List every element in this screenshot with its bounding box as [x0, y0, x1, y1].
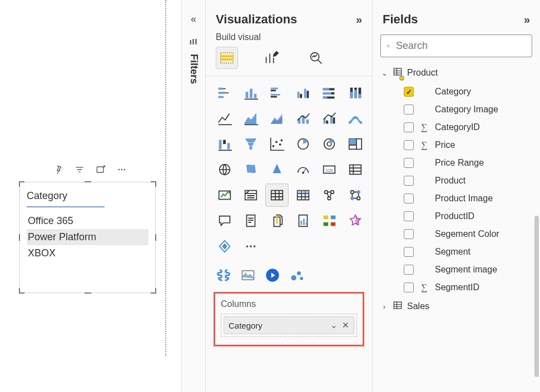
resize-handle[interactable]	[85, 292, 91, 294]
field-categoryid[interactable]: ∑CategoryID	[378, 118, 537, 136]
ai-visual-4[interactable]	[289, 267, 305, 283]
ai-visual-1[interactable]	[216, 267, 231, 283]
field-segment[interactable]: Segment	[378, 243, 537, 261]
field-price[interactable]: ∑Price	[378, 136, 537, 154]
field-checkbox[interactable]	[404, 282, 414, 292]
viz-slicer[interactable]	[240, 184, 262, 206]
field-checkbox[interactable]	[404, 247, 414, 257]
viz-line-clustered-column[interactable]	[318, 107, 340, 130]
viz-line-stacked-column[interactable]	[292, 107, 314, 130]
viz-stacked-area[interactable]	[266, 107, 288, 130]
resize-handle[interactable]	[151, 288, 156, 294]
viz-table[interactable]	[266, 184, 288, 206]
viz-donut[interactable]	[318, 133, 340, 155]
report-canvas[interactable]: Category Office 365Power PlatformXBOX	[0, 0, 166, 392]
resize-handle[interactable]	[85, 181, 91, 182]
field-checkbox[interactable]	[404, 87, 414, 97]
fields-search-input[interactable]	[395, 39, 526, 52]
field-product[interactable]: Product	[378, 172, 537, 190]
analytics-tab[interactable]	[305, 47, 327, 69]
field-checkbox[interactable]	[404, 122, 414, 132]
field-checkbox[interactable]	[404, 229, 414, 239]
viz-kpi[interactable]	[214, 184, 236, 206]
viz-powerapps[interactable]	[214, 235, 236, 257]
viz-matrix[interactable]	[292, 184, 314, 206]
viz-filled-map[interactable]	[240, 158, 262, 181]
filters-label[interactable]: Filters	[188, 54, 200, 84]
viz-py-visual[interactable]	[344, 184, 366, 206]
ai-visual-3[interactable]	[265, 267, 280, 283]
expand-filters-icon[interactable]: «	[182, 13, 205, 25]
viz-card[interactable]: 123	[318, 158, 340, 181]
slicer-item[interactable]: Office 365	[27, 213, 148, 229]
field-checkbox[interactable]	[404, 193, 414, 204]
more-options-icon[interactable]	[116, 164, 127, 175]
field-segment-image[interactable]: Segment image	[378, 261, 537, 279]
viz-qna[interactable]	[214, 210, 236, 232]
viz-100-stacked-column[interactable]	[344, 82, 366, 104]
viz-stacked-column[interactable]	[240, 82, 262, 104]
collapse-fields-icon[interactable]: »	[524, 13, 530, 26]
table-sales[interactable]: › Sales	[378, 296, 537, 316]
viz-multi-row-card[interactable]	[344, 158, 366, 181]
viz-stacked-bar[interactable]	[214, 82, 236, 104]
slicer-item[interactable]: Power Platform	[27, 229, 148, 245]
field-category[interactable]: Category	[378, 83, 537, 101]
field-checkbox[interactable]	[404, 158, 414, 168]
fields-search[interactable]	[380, 34, 532, 57]
chevron-down-icon[interactable]: ⌄	[330, 320, 338, 330]
field-checkbox[interactable]	[404, 140, 414, 150]
collapse-viz-icon[interactable]: »	[356, 13, 362, 26]
viz-map[interactable]	[214, 158, 236, 181]
viz-funnel[interactable]	[240, 133, 262, 155]
columns-drop-area[interactable]: Category ⌄ ✕	[221, 314, 357, 337]
viz-more[interactable]	[240, 235, 262, 257]
viz-clustered-bar[interactable]	[266, 82, 288, 104]
viz-pie[interactable]	[292, 133, 314, 155]
viz-area[interactable]	[240, 107, 262, 130]
field-checkbox[interactable]	[404, 176, 414, 186]
remove-field-icon[interactable]: ✕	[342, 320, 349, 330]
field-segmentid[interactable]: ∑SegmentID	[378, 279, 537, 296]
build-visual-tab[interactable]	[216, 47, 238, 69]
resize-handle[interactable]	[151, 181, 156, 187]
field-productid[interactable]: ProductID	[378, 207, 537, 225]
viz-azure-map[interactable]	[266, 158, 288, 181]
filter-icon[interactable]	[74, 164, 85, 175]
field-checkbox[interactable]	[404, 105, 414, 115]
ai-visual-2[interactable]	[240, 267, 256, 283]
slicer-item[interactable]: XBOX	[27, 245, 148, 261]
svg-point-1	[118, 169, 120, 171]
viz-decomposition-tree[interactable]	[318, 210, 340, 232]
field-price-range[interactable]: Price Range	[378, 154, 537, 172]
pin-icon[interactable]	[53, 164, 64, 175]
field-segement-color[interactable]: Segement Color	[378, 225, 537, 243]
viz-treemap[interactable]	[344, 133, 366, 155]
table-product[interactable]: ⌄ Product	[378, 63, 537, 83]
resize-handle[interactable]	[19, 288, 24, 294]
viz-r-visual[interactable]	[318, 184, 340, 206]
resize-handle[interactable]	[155, 234, 156, 241]
viz-gauge[interactable]	[292, 158, 314, 181]
slicer-visual[interactable]: Category Office 365Power PlatformXBOX	[19, 182, 156, 293]
scrollbar-thumb[interactable]	[534, 216, 539, 377]
format-visual-tab[interactable]	[260, 47, 283, 69]
viz-ribbon[interactable]	[344, 107, 366, 130]
viz-100-stacked-bar[interactable]	[318, 82, 340, 104]
field-product-image[interactable]: Product Image	[378, 190, 537, 207]
viz-clustered-column[interactable]	[292, 82, 314, 104]
viz-line[interactable]	[214, 107, 236, 130]
focus-mode-icon[interactable]	[95, 164, 106, 175]
viz-paginated[interactable]	[266, 210, 288, 232]
field-checkbox[interactable]	[404, 265, 414, 275]
viz-scatter[interactable]	[266, 133, 288, 155]
viz-waterfall[interactable]	[214, 133, 236, 155]
resize-handle[interactable]	[19, 234, 20, 241]
viz-smart-narrative[interactable]	[344, 210, 366, 232]
viz-report[interactable]	[240, 210, 262, 232]
resize-handle[interactable]	[19, 181, 24, 187]
field-checkbox[interactable]	[404, 211, 414, 221]
field-category-image[interactable]: Category Image	[378, 101, 537, 118]
viz-key-influencers[interactable]	[292, 210, 314, 232]
field-chip-category[interactable]: Category ⌄ ✕	[224, 316, 354, 334]
